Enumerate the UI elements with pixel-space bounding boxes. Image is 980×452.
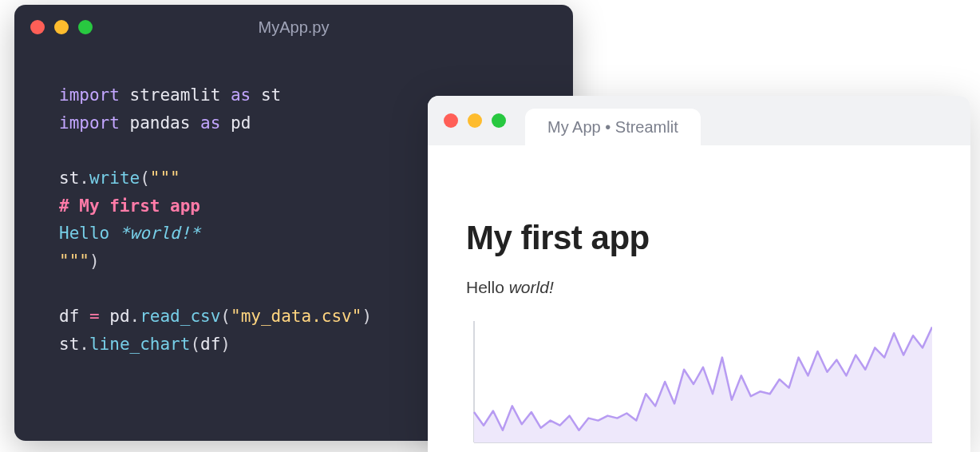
maximize-icon[interactable] xyxy=(492,113,506,128)
lparen: ( xyxy=(220,307,231,326)
id-st: st xyxy=(59,335,79,354)
module-streamlit: streamlit xyxy=(130,85,221,105)
browser-chrome: My App • Streamlit xyxy=(428,96,970,145)
editor-filename: MyApp.py xyxy=(259,18,330,37)
id-pd: pd xyxy=(109,307,129,326)
triple-quote-close: """ xyxy=(59,252,89,271)
maximize-icon[interactable] xyxy=(78,20,93,34)
dot: . xyxy=(79,169,89,188)
editor-titlebar: MyApp.py xyxy=(14,5,573,50)
hello-em: world! xyxy=(509,278,554,296)
hello-text: Hello world! xyxy=(466,278,932,297)
lparen: ( xyxy=(140,169,150,188)
minimize-icon[interactable] xyxy=(54,20,69,34)
chart-area xyxy=(474,327,932,442)
arg-df: df xyxy=(200,335,220,354)
module-pandas: pandas xyxy=(130,113,191,133)
browser-window: My App • Streamlit My first app Hello wo… xyxy=(428,96,970,452)
tab-title: My App • Streamlit xyxy=(547,118,678,137)
keyword-as: as xyxy=(231,85,251,105)
alias-pd: pd xyxy=(231,113,251,133)
lparen: ( xyxy=(190,335,200,354)
keyword-import: import xyxy=(59,113,120,133)
markdown-heading: # My first app xyxy=(59,196,200,216)
triple-quote-open: """ xyxy=(150,169,180,188)
fn-read-csv: read_csv xyxy=(140,307,220,326)
rparen: ) xyxy=(220,335,231,354)
chart-svg xyxy=(466,321,932,449)
browser-traffic-lights xyxy=(444,113,506,128)
alias-st: st xyxy=(261,85,281,105)
close-icon[interactable] xyxy=(30,20,45,34)
editor-traffic-lights xyxy=(30,20,93,34)
assign: = xyxy=(79,307,109,326)
keyword-as: as xyxy=(200,113,220,133)
close-icon[interactable] xyxy=(444,113,458,128)
line-chart xyxy=(466,321,932,449)
hello-prefix: Hello xyxy=(466,278,509,296)
var-df: df xyxy=(59,307,79,326)
fn-line-chart: line_chart xyxy=(89,335,190,354)
id-st: st xyxy=(59,169,79,188)
dot: . xyxy=(130,307,140,326)
minimize-icon[interactable] xyxy=(468,113,482,128)
browser-tab[interactable]: My App • Streamlit xyxy=(525,109,701,145)
markdown-world-em: *world!* xyxy=(120,224,200,243)
app-body: My first app Hello world! xyxy=(428,145,970,449)
fn-write: write xyxy=(89,169,140,188)
rparen: ) xyxy=(362,307,372,326)
string-csv-arg: "my_data.csv" xyxy=(231,307,362,326)
page-title: My first app xyxy=(466,219,932,257)
keyword-import: import xyxy=(59,85,120,105)
markdown-hello: Hello xyxy=(59,224,120,243)
rparen: ) xyxy=(89,252,100,271)
dot: . xyxy=(79,335,89,354)
